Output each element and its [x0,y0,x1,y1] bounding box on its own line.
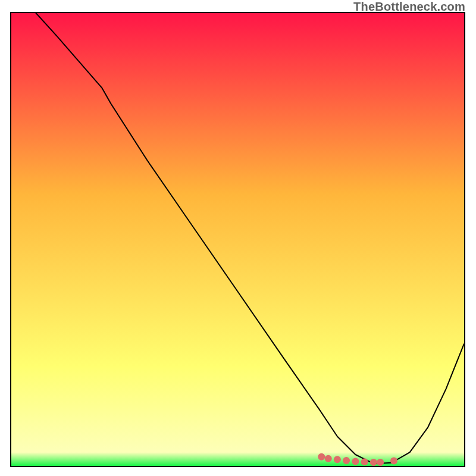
highlight-marker [377,459,384,466]
chart-frame [10,12,465,467]
highlight-marker [370,459,377,466]
gradient-background [11,13,464,466]
highlight-marker [390,458,397,465]
highlight-marker [325,455,332,462]
bottleneck-chart [11,13,464,466]
highlight-marker [352,458,359,465]
watermark-text: TheBottleneck.com [353,0,465,14]
highlight-marker [343,457,350,464]
highlight-marker [334,456,341,463]
highlight-marker [318,453,325,461]
highlight-marker [361,458,368,465]
